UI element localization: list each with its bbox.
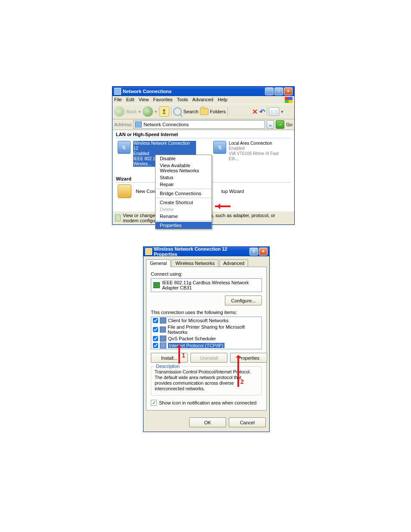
- configure-button[interactable]: Configure...: [225, 296, 262, 305]
- search-button[interactable]: Search: [173, 107, 198, 116]
- up-button[interactable]: [159, 106, 169, 117]
- ctx-properties[interactable]: Properties: [156, 222, 212, 229]
- system-icon: [114, 88, 121, 95]
- client-area: LAN or High-Speed Internet Wireless Netw…: [112, 130, 294, 211]
- maximize-button[interactable]: □: [274, 87, 283, 95]
- checkbox[interactable]: [153, 336, 158, 341]
- menu-file[interactable]: File: [114, 97, 122, 103]
- list-item-selected[interactable]: Internet Protocol (TCP/IP): [151, 342, 262, 349]
- annotation-2: 2: [240, 378, 244, 385]
- item1: Client for Microsoft Networks: [168, 318, 229, 323]
- adapter-field: IEEE 802.11g Cardbus Wireless Network Ad…: [151, 278, 262, 292]
- wizard-icon: [118, 184, 131, 198]
- search-icon: [173, 107, 182, 116]
- title-bar[interactable]: Network Connections _ □ ×: [112, 87, 294, 96]
- network-connections-window: Network Connections _ □ × File Edit View…: [112, 86, 295, 225]
- connection-icon: [213, 141, 226, 154]
- connect-using-label: Connect using:: [151, 271, 262, 277]
- ctx-rename[interactable]: Rename: [156, 213, 212, 220]
- group-lan-header: LAN or High-Speed Internet: [112, 130, 294, 139]
- system-icon: [145, 248, 152, 255]
- protocol-icon: [160, 342, 166, 348]
- menu-help[interactable]: Help: [218, 97, 227, 103]
- show-icon-label: Show icon in notification area when conn…: [159, 400, 256, 405]
- components-listbox[interactable]: Client for Microsoft Networks File and P…: [151, 317, 262, 349]
- red-arrow-annotation: [215, 203, 235, 209]
- show-icon-checkbox[interactable]: [151, 400, 157, 406]
- address-label: Address: [114, 122, 131, 127]
- ctx-disable[interactable]: Disable: [156, 155, 212, 162]
- item3: QoS Packet Scheduler: [168, 336, 216, 341]
- ctx-status[interactable]: Status: [156, 174, 212, 181]
- client-icon: [160, 317, 166, 324]
- back-button[interactable]: ←: [114, 106, 125, 117]
- address-value: Network Connections: [143, 122, 189, 127]
- adapter-icon: [153, 282, 160, 288]
- checkbox[interactable]: [153, 318, 158, 323]
- dialog-title: Wireless Network Connection 12 Propertie…: [154, 246, 249, 257]
- views-button[interactable]: [269, 107, 279, 116]
- window-title: Network Connections: [123, 89, 264, 94]
- menu-tools[interactable]: Tools: [177, 97, 188, 103]
- folders-label: Folders: [210, 109, 226, 114]
- adapter-name: IEEE 802.11g Cardbus Wireless Network Ad…: [162, 280, 259, 290]
- tab-wireless[interactable]: Wireless Networks: [171, 259, 218, 267]
- title-bar[interactable]: Wireless Network Connection 12 Propertie…: [143, 247, 269, 256]
- go-button[interactable]: →: [276, 120, 284, 129]
- tab-pane-general: Connect using: IEEE 802.11g Cardbus Wire…: [146, 267, 267, 411]
- tab-strip: General Wireless Networks Advanced: [146, 259, 267, 267]
- menu-advanced[interactable]: Advanced: [192, 97, 213, 103]
- move-to-button[interactable]: [230, 107, 239, 116]
- menu-bar: File Edit View Favorites Tools Advanced …: [112, 96, 294, 104]
- conn2-title: Local Area Connection: [229, 141, 289, 146]
- menu-edit[interactable]: Edit: [126, 97, 134, 103]
- items-label: This connection uses the following items…: [151, 310, 262, 315]
- menu-favorites[interactable]: Favorites: [153, 97, 172, 103]
- address-bar: Address Network Connections ⌄ → Go: [112, 119, 294, 130]
- address-field[interactable]: Network Connections: [133, 120, 265, 129]
- help-button[interactable]: ?: [249, 248, 258, 255]
- ctx-repair[interactable]: Repair: [156, 181, 212, 188]
- ctx-shortcut[interactable]: Create Shortcut: [156, 199, 212, 206]
- context-menu: Disable View Available Wireless Networks…: [155, 155, 212, 229]
- status-icon: [115, 215, 121, 221]
- lan-connection-item[interactable]: Local Area Connection Enabled VIA VT6105…: [213, 141, 289, 167]
- back-label: Back: [126, 109, 137, 114]
- delete-button[interactable]: ✕: [252, 108, 258, 116]
- connection-icon: [118, 141, 131, 154]
- list-item[interactable]: QoS Packet Scheduler: [151, 335, 262, 342]
- undo-button[interactable]: ↶: [259, 108, 265, 116]
- dialog-footer: OK Cancel: [143, 413, 269, 432]
- conn1-title: Wireless Network Connection 12: [133, 141, 196, 151]
- cancel-button[interactable]: Cancel: [229, 417, 266, 427]
- list-item[interactable]: Client for Microsoft Networks: [151, 317, 262, 324]
- close-button[interactable]: ×: [284, 87, 293, 95]
- copy-to-button[interactable]: [241, 107, 250, 116]
- service-icon: [160, 327, 166, 333]
- toolbar: ← Back ▾ → ▾ Search Folders ✕ ↶ ▾: [112, 104, 294, 119]
- conn2-status: Enabled: [229, 146, 289, 151]
- menu-view[interactable]: View: [139, 97, 149, 103]
- ctx-delete: Delete: [156, 206, 212, 213]
- annotation-1: 1: [182, 352, 185, 359]
- go-label: Go: [286, 122, 293, 127]
- tab-general[interactable]: General: [146, 259, 171, 267]
- checkbox[interactable]: [153, 343, 158, 348]
- item2: File and Printer Sharing for Microsoft N…: [168, 324, 260, 335]
- search-label: Search: [183, 109, 198, 114]
- ctx-bridge[interactable]: Bridge Connections: [156, 190, 212, 197]
- minimize-button[interactable]: _: [265, 87, 274, 95]
- wizard-setup[interactable]: tup Wizard: [221, 189, 244, 194]
- close-button[interactable]: ×: [259, 248, 268, 255]
- checkbox[interactable]: [153, 327, 158, 332]
- list-item[interactable]: File and Printer Sharing for Microsoft N…: [151, 324, 262, 335]
- ctx-view-networks[interactable]: View Available Wireless Networks: [156, 162, 212, 174]
- address-dropdown[interactable]: ⌄: [267, 120, 274, 129]
- service-icon: [160, 336, 166, 342]
- ok-button[interactable]: OK: [189, 417, 226, 427]
- windows-flag-icon: [285, 97, 293, 103]
- tab-advanced[interactable]: Advanced: [219, 259, 248, 267]
- forward-button[interactable]: →: [143, 106, 153, 117]
- folders-button[interactable]: Folders: [200, 108, 226, 115]
- folder-icon: [200, 108, 209, 115]
